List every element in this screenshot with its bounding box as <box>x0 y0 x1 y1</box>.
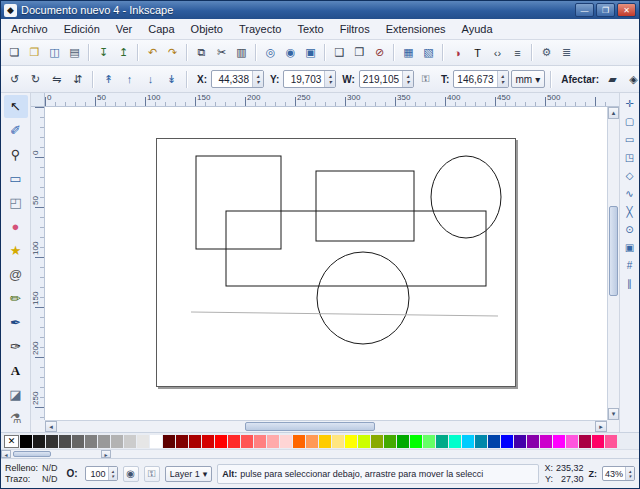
x-value[interactable]: 44,338 <box>212 74 252 85</box>
text-dialog-button[interactable]: T <box>468 43 487 62</box>
color-swatch[interactable] <box>33 435 45 448</box>
height-value[interactable]: 146,673 <box>454 74 496 85</box>
zoom-input[interactable]: 43% ▴▾ <box>602 466 635 481</box>
spinner-arrows-icon[interactable]: ▴▾ <box>625 467 634 480</box>
color-swatch[interactable] <box>501 435 513 448</box>
canvas-page[interactable] <box>156 138 516 387</box>
color-swatch[interactable] <box>319 435 331 448</box>
raise-button[interactable]: ↑ <box>120 70 139 89</box>
titlebar[interactable]: ◆ Documento nuevo 4 - Inkscape — ❐ ✕ <box>1 1 639 19</box>
vertical-scrollbar[interactable]: ▴ ▾ <box>607 107 619 420</box>
flip-vertical-button[interactable]: ⇵ <box>68 70 87 89</box>
rotate-cw-button[interactable]: ↻ <box>26 70 45 89</box>
snap-grid-button[interactable]: # <box>621 257 638 274</box>
box3d-tool-button[interactable]: ◰ <box>4 191 28 214</box>
color-swatch[interactable] <box>176 435 188 448</box>
horizontal-scroll-thumb[interactable] <box>245 422 375 431</box>
color-swatch[interactable] <box>163 435 175 448</box>
node-tool-button[interactable]: ✐ <box>4 119 28 142</box>
spinner-arrows-icon[interactable]: ▴▾ <box>108 467 117 480</box>
paste-button[interactable]: ▥ <box>232 43 251 62</box>
xml-editor-button[interactable]: ‹› <box>488 43 507 62</box>
color-swatch[interactable] <box>553 435 565 448</box>
close-button[interactable]: ✕ <box>617 3 636 17</box>
snap-toggle-button[interactable]: ✛ <box>621 95 638 112</box>
units-dropdown[interactable]: mm ▾ <box>511 70 546 88</box>
calligraphy-tool-button[interactable]: ✑ <box>4 335 28 358</box>
no-color-swatch[interactable]: ✕ <box>4 435 19 448</box>
layer-visibility-icon[interactable]: ◉ <box>123 466 139 482</box>
affect-stroke-toggle[interactable]: ▰ <box>603 70 622 89</box>
snap-paths-button[interactable]: ∿ <box>621 185 638 202</box>
color-swatch[interactable] <box>449 435 461 448</box>
palette-scroll-right-icon[interactable]: ▸ <box>101 450 111 458</box>
color-swatch[interactable] <box>72 435 84 448</box>
cut-button[interactable]: ✂ <box>212 43 231 62</box>
horizontal-scroll-track[interactable] <box>57 421 595 432</box>
color-swatch[interactable] <box>202 435 214 448</box>
rotate-ccw-button[interactable]: ↺ <box>5 70 24 89</box>
affect-corners-toggle[interactable]: ◈ <box>624 70 640 89</box>
menu-archivo[interactable]: Archivo <box>3 20 56 38</box>
lower-to-bottom-button[interactable]: ↡ <box>162 70 181 89</box>
copy-button[interactable]: ⧉ <box>192 43 211 62</box>
duplicate-button[interactable]: ❑ <box>330 43 349 62</box>
ungroup-button[interactable]: ▧ <box>419 43 438 62</box>
horizontal-ruler[interactable]: 050100150200250300350400450500 <box>45 93 607 107</box>
selector-tool-button[interactable]: ↖ <box>4 95 28 118</box>
snap-bbox-button[interactable]: ▢ <box>621 113 638 130</box>
color-swatch[interactable] <box>423 435 435 448</box>
menu-filtros[interactable]: Filtros <box>332 20 378 38</box>
width-value[interactable]: 219,105 <box>360 74 402 85</box>
color-swatch[interactable] <box>293 435 305 448</box>
color-swatch[interactable] <box>332 435 344 448</box>
star-tool-button[interactable]: ★ <box>4 239 28 262</box>
minimize-button[interactable]: — <box>575 3 594 17</box>
menu-capa[interactable]: Capa <box>140 20 182 38</box>
menu-ayuda[interactable]: Ayuda <box>454 20 501 38</box>
scroll-right-icon[interactable]: ▸ <box>595 421 607 432</box>
color-swatch[interactable] <box>267 435 279 448</box>
color-swatch[interactable] <box>189 435 201 448</box>
zoom-value[interactable]: 43% <box>603 469 625 479</box>
palette-scroll-track[interactable] <box>11 450 101 458</box>
maximize-button[interactable]: ❐ <box>596 3 615 17</box>
align-dialog-button[interactable]: ≡ <box>508 43 527 62</box>
preferences-button[interactable]: ⚙ <box>537 43 556 62</box>
color-swatch[interactable] <box>358 435 370 448</box>
vertical-ruler[interactable]: 050100150200250 <box>31 107 45 420</box>
color-swatch[interactable] <box>371 435 383 448</box>
color-swatch[interactable] <box>436 435 448 448</box>
snap-guides-button[interactable]: ∥ <box>621 275 638 292</box>
print-button[interactable]: ▤ <box>65 43 84 62</box>
scroll-down-icon[interactable]: ▾ <box>608 408 619 420</box>
menu-ver[interactable]: Ver <box>108 20 141 38</box>
color-swatch[interactable] <box>150 435 162 448</box>
menu-edicion[interactable]: Edición <box>56 20 108 38</box>
fill-stroke-button[interactable]: ◑ <box>448 43 467 62</box>
group-button[interactable]: ▦ <box>399 43 418 62</box>
lock-ratio-icon[interactable]: ⚿ <box>416 70 435 89</box>
unlink-clone-button[interactable]: ⊘ <box>370 43 389 62</box>
color-swatch[interactable] <box>111 435 123 448</box>
palette-scroll-left-icon[interactable]: ◂ <box>1 450 11 458</box>
spinner-arrows-icon[interactable]: ▴▾ <box>252 71 263 87</box>
menu-extensiones[interactable]: Extensiones <box>378 20 454 38</box>
open-document-button[interactable]: ❐ <box>25 43 44 62</box>
color-swatch[interactable] <box>215 435 227 448</box>
zoom-selection-button[interactable]: ◎ <box>261 43 280 62</box>
color-swatch[interactable] <box>345 435 357 448</box>
color-swatch[interactable] <box>306 435 318 448</box>
rectangle-tool-button[interactable]: ▭ <box>4 167 28 190</box>
color-swatch[interactable] <box>46 435 58 448</box>
snap-page-border-button[interactable]: ▣ <box>621 239 638 256</box>
ellipse-tool-button[interactable]: ● <box>4 215 28 238</box>
color-swatch[interactable] <box>397 435 409 448</box>
scroll-up-icon[interactable]: ▴ <box>608 107 619 119</box>
text-tool-button[interactable]: A <box>4 359 28 382</box>
vertical-scroll-thumb[interactable] <box>609 206 618 296</box>
snap-centers-button[interactable]: ⊙ <box>621 221 638 238</box>
undo-button[interactable]: ↶ <box>143 43 162 62</box>
color-swatch[interactable] <box>566 435 578 448</box>
color-swatch[interactable] <box>137 435 149 448</box>
